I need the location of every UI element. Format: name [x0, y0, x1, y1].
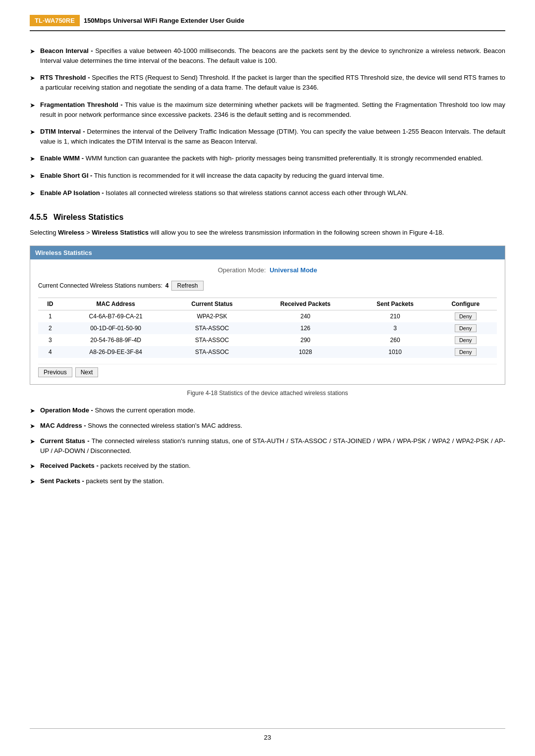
col-mac: MAC Address — [62, 298, 169, 310]
refresh-button[interactable]: Refresh — [171, 281, 203, 291]
list-item: ➤ DTIM Interval - Determines the interva… — [30, 127, 505, 147]
bullet-content: Enable WMM - WMM function can guarantee … — [40, 153, 505, 163]
cell-received: 1028 — [255, 346, 356, 358]
cell-sent: 260 — [356, 334, 434, 346]
model-label: TL-WA750RE — [30, 15, 80, 26]
deny-button[interactable]: Deny — [455, 348, 477, 356]
term: Operation Mode - — [40, 406, 93, 414]
table-row: 1 C4-6A-B7-69-CA-21 WPA2-PSK 240 210 Den… — [38, 310, 497, 322]
cell-received: 290 — [255, 334, 356, 346]
term: DTIM Interval - — [40, 128, 85, 135]
table-nav-row: Previous Next — [38, 364, 497, 379]
bullet-content: MAC Address - Shows the connected wirele… — [40, 421, 505, 431]
bullet-content: Enable AP Isolation - Isolates all conne… — [40, 188, 505, 198]
next-button[interactable]: Next — [75, 367, 99, 377]
bullet-content: Operation Mode - Shows the current opera… — [40, 405, 505, 415]
previous-button[interactable]: Previous — [38, 367, 72, 377]
bullet-arrow-icon: ➤ — [30, 154, 35, 164]
deny-button[interactable]: Deny — [455, 324, 477, 332]
cell-sent: 1010 — [356, 346, 434, 358]
cell-status: STA-ASSOC — [169, 322, 255, 334]
feature-list: ➤ Beacon Interval - Specifies a value be… — [30, 46, 505, 199]
cell-id: 1 — [38, 310, 62, 322]
col-id: ID — [38, 298, 62, 310]
stations-table: ID MAC Address Current Status Received P… — [38, 298, 497, 358]
bullet-arrow-icon: ➤ — [30, 189, 35, 199]
page-header: TL-WA750RE 150Mbps Universal WiFi Range … — [30, 15, 505, 31]
col-configure: Configure — [434, 298, 497, 310]
bullet-content: Fragmentation Threshold - This value is … — [40, 100, 505, 120]
list-item: ➤ Current Status - The connected wireles… — [30, 436, 505, 456]
cell-sent: 210 — [356, 310, 434, 322]
section-title: Wireless Statistics — [54, 213, 123, 221]
list-item: ➤ Received Packets - packets received by… — [30, 461, 505, 471]
stations-label: Current Connected Wireless Stations numb… — [38, 282, 162, 289]
bullet-arrow-icon: ➤ — [30, 47, 35, 56]
bullet-content: DTIM Interval - Determines the interval … — [40, 127, 505, 147]
cell-mac: A8-26-D9-EE-3F-84 — [62, 346, 169, 358]
col-sent: Sent Packets — [356, 298, 434, 310]
cell-configure: Deny — [434, 310, 497, 322]
term: Current Status - — [40, 437, 90, 445]
bullet-arrow-icon: ➤ — [30, 461, 35, 471]
bullet-content: Beacon Interval - Specifies a value betw… — [40, 46, 505, 66]
term: Beacon Interval - — [40, 47, 93, 54]
term: Enable Short GI - — [40, 172, 92, 179]
deny-button[interactable]: Deny — [455, 312, 477, 320]
cell-id: 2 — [38, 322, 62, 334]
cell-configure: Deny — [434, 334, 497, 346]
list-item: ➤ Operation Mode - Shows the current ope… — [30, 405, 505, 416]
col-received: Received Packets — [255, 298, 356, 310]
cell-received: 126 — [255, 322, 356, 334]
bullet-arrow-icon: ➤ — [30, 73, 35, 83]
table-row: 3 20-54-76-88-9F-4D STA-ASSOC 290 260 De… — [38, 334, 497, 346]
mode-label: Operation Mode: — [218, 266, 266, 274]
cell-id: 4 — [38, 346, 62, 358]
footer-bullet-list: ➤ Operation Mode - Shows the current ope… — [30, 405, 505, 487]
bullet-arrow-icon: ➤ — [30, 101, 35, 110]
bullet-arrow-icon: ➤ — [30, 406, 35, 416]
list-item: ➤ Enable WMM - WMM function can guarante… — [30, 153, 505, 164]
bullet-arrow-icon: ➤ — [30, 127, 35, 137]
bullet-content: Current Status - The connected wireless … — [40, 436, 505, 456]
list-item: ➤ Beacon Interval - Specifies a value be… — [30, 46, 505, 66]
stations-row: Current Connected Wireless Stations numb… — [38, 281, 497, 291]
cell-sent: 3 — [356, 322, 434, 334]
cell-status: WPA2-PSK — [169, 310, 255, 322]
ws-box-title: Wireless Statistics — [30, 246, 505, 259]
cell-id: 3 — [38, 334, 62, 346]
col-status: Current Status — [169, 298, 255, 310]
bullet-arrow-icon: ➤ — [30, 421, 35, 431]
list-item: ➤ Enable Short GI - This function is rec… — [30, 171, 505, 181]
intro-paragraph: Selecting Wireless > Wireless Statistics… — [30, 228, 505, 238]
figure-caption: Figure 4-18 Statistics of the device att… — [30, 390, 505, 397]
term: RTS Threshold - — [40, 74, 90, 81]
stations-count: 4 — [165, 282, 169, 289]
term: MAC Address - — [40, 422, 86, 429]
bullet-content: RTS Threshold - Specifies the RTS (Reque… — [40, 73, 505, 93]
table-row: 4 A8-26-D9-EE-3F-84 STA-ASSOC 1028 1010 … — [38, 346, 497, 358]
bullet-content: Sent Packets - packets sent by the stati… — [40, 476, 505, 486]
list-item: ➤ MAC Address - Shows the connected wire… — [30, 421, 505, 431]
operation-mode-row: Operation Mode: Universal Mode — [38, 266, 497, 274]
cell-mac: 00-1D-0F-01-50-90 — [62, 322, 169, 334]
bullet-arrow-icon: ➤ — [30, 477, 35, 487]
list-item: ➤ Enable AP Isolation - Isolates all con… — [30, 188, 505, 199]
section-heading: 4.5.5 Wireless Statistics — [30, 213, 505, 222]
section-number: 4.5.5 — [30, 213, 48, 221]
term: Enable AP Isolation - — [40, 189, 104, 197]
list-item: ➤ RTS Threshold - Specifies the RTS (Req… — [30, 73, 505, 93]
bullet-content: Enable Short GI - This function is recom… — [40, 171, 505, 181]
list-item: ➤ Fragmentation Threshold - This value i… — [30, 100, 505, 120]
cell-configure: Deny — [434, 322, 497, 334]
cell-received: 240 — [255, 310, 356, 322]
page-number: 23 — [30, 728, 505, 741]
guide-title: 150Mbps Universal WiFi Range Extender Us… — [84, 17, 244, 24]
term: Sent Packets - — [40, 477, 84, 485]
cell-mac: 20-54-76-88-9F-4D — [62, 334, 169, 346]
wireless-stats-box: Wireless Statistics Operation Mode: Univ… — [30, 246, 505, 385]
bullet-arrow-icon: ➤ — [30, 437, 35, 447]
cell-status: STA-ASSOC — [169, 334, 255, 346]
table-header-row: ID MAC Address Current Status Received P… — [38, 298, 497, 310]
deny-button[interactable]: Deny — [455, 336, 477, 344]
